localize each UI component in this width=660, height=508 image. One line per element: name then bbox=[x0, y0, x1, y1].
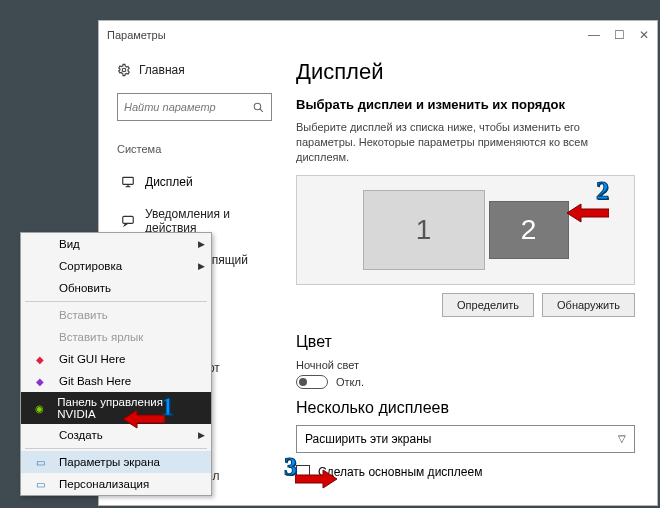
chevron-down-icon: ▽ bbox=[618, 433, 626, 444]
close-button[interactable]: ✕ bbox=[639, 28, 649, 42]
display-1[interactable]: 1 bbox=[363, 190, 485, 270]
ctx-git-bash[interactable]: ◆Git Bash Here bbox=[21, 370, 211, 392]
svg-rect-3 bbox=[123, 177, 134, 184]
svg-line-2 bbox=[260, 108, 263, 111]
ctx-sort[interactable]: Сортировка▶ bbox=[21, 255, 211, 277]
ctx-nvidia[interactable]: ◉Панель управления NVIDIA bbox=[21, 392, 211, 424]
primary-display-label: Сделать основным дисплеем bbox=[318, 465, 482, 479]
ctx-sep bbox=[25, 448, 207, 449]
nightlight-state: Откл. bbox=[336, 376, 364, 388]
ctx-git-gui[interactable]: ◆Git GUI Here bbox=[21, 348, 211, 370]
primary-display-row: Сделать основным дисплеем bbox=[296, 465, 635, 479]
detect-button[interactable]: Обнаружить bbox=[542, 293, 635, 317]
search-placeholder: Найти параметр bbox=[124, 101, 216, 113]
identify-button[interactable]: Определить bbox=[442, 293, 534, 317]
git-icon: ◆ bbox=[33, 352, 47, 366]
svg-point-1 bbox=[254, 103, 260, 110]
search-input[interactable]: Найти параметр bbox=[117, 93, 272, 121]
display-arrangement[interactable]: 1 2 bbox=[296, 175, 635, 285]
search-icon bbox=[252, 101, 265, 114]
page-title: Дисплей bbox=[296, 59, 635, 85]
chat-icon bbox=[121, 214, 135, 228]
monitor-icon: ▭ bbox=[33, 455, 47, 469]
display-2[interactable]: 2 bbox=[489, 201, 569, 259]
primary-display-checkbox[interactable] bbox=[296, 465, 310, 479]
titlebar: Параметры — ☐ ✕ bbox=[99, 21, 657, 49]
color-heading: Цвет bbox=[296, 333, 635, 351]
maximize-button[interactable]: ☐ bbox=[614, 28, 625, 42]
ctx-sep bbox=[25, 301, 207, 302]
nightlight-label: Ночной свет bbox=[296, 359, 635, 371]
sidebar-section-system: Система bbox=[117, 143, 272, 155]
minimize-button[interactable]: — bbox=[588, 28, 600, 42]
select-description: Выберите дисплей из списка ниже, чтобы и… bbox=[296, 120, 635, 165]
sidebar-home[interactable]: Главная bbox=[117, 63, 272, 77]
display-buttons: Определить Обнаружить bbox=[296, 293, 635, 317]
nvidia-icon: ◉ bbox=[32, 401, 46, 415]
chevron-right-icon: ▶ bbox=[198, 239, 205, 249]
personalize-icon: ▭ bbox=[33, 477, 47, 491]
ctx-paste-shortcut: Вставить ярлык bbox=[21, 326, 211, 348]
select-heading: Выбрать дисплеи и изменить их порядок bbox=[296, 97, 635, 112]
ctx-display-settings[interactable]: ▭Параметры экрана bbox=[21, 451, 211, 473]
monitor-icon bbox=[121, 175, 135, 189]
sidebar-item-label: Дисплей bbox=[145, 175, 193, 189]
sidebar-item-label: Уведомления и действия bbox=[145, 207, 268, 235]
nightlight-toggle[interactable] bbox=[296, 375, 328, 389]
svg-rect-6 bbox=[123, 216, 134, 223]
sidebar-item-display[interactable]: Дисплей bbox=[117, 169, 272, 195]
content-pane: Дисплей Выбрать дисплеи и изменить их по… bbox=[284, 49, 657, 505]
window-controls: — ☐ ✕ bbox=[588, 28, 649, 42]
chevron-right-icon: ▶ bbox=[198, 430, 205, 440]
multi-display-select[interactable]: Расширить эти экраны ▽ bbox=[296, 425, 635, 453]
git-icon: ◆ bbox=[33, 374, 47, 388]
svg-point-0 bbox=[122, 68, 126, 72]
multi-heading: Несколько дисплеев bbox=[296, 399, 635, 417]
ctx-refresh[interactable]: Обновить bbox=[21, 277, 211, 299]
sidebar-home-label: Главная bbox=[139, 63, 185, 77]
window-title: Параметры bbox=[107, 29, 166, 41]
gear-icon bbox=[117, 63, 131, 77]
nightlight-toggle-row: Откл. bbox=[296, 375, 635, 389]
ctx-view[interactable]: Вид▶ bbox=[21, 233, 211, 255]
multi-display-value: Расширить эти экраны bbox=[305, 432, 431, 446]
chevron-right-icon: ▶ bbox=[198, 261, 205, 271]
ctx-personalize[interactable]: ▭Персонализация bbox=[21, 473, 211, 495]
ctx-new[interactable]: Создать▶ bbox=[21, 424, 211, 446]
desktop-context-menu: Вид▶ Сортировка▶ Обновить Вставить Встав… bbox=[20, 232, 212, 496]
ctx-paste: Вставить bbox=[21, 304, 211, 326]
